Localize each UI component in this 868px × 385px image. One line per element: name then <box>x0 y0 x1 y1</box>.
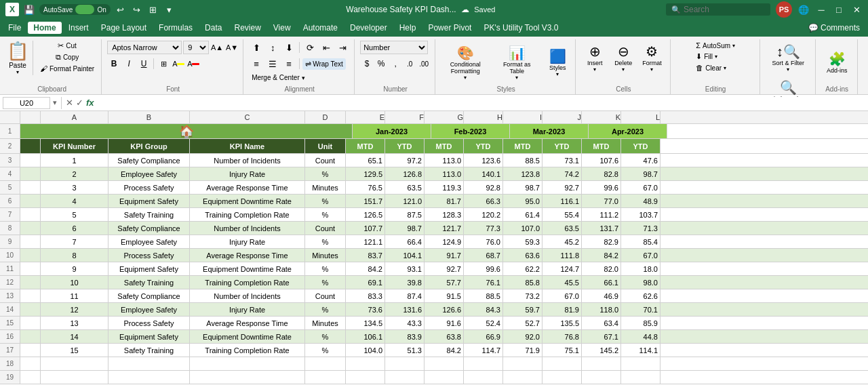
g-ytd-val[interactable]: 84.3 <box>464 303 503 316</box>
unit-val[interactable]: % <box>305 330 346 343</box>
f-ytd-val[interactable]: 93.1 <box>385 262 425 275</box>
f-mtd-val[interactable]: 83.7 <box>346 249 385 262</box>
kpi-num-val[interactable]: 3 <box>41 181 108 194</box>
redo-icon[interactable]: ↪ <box>131 3 143 16</box>
kpi-group-val[interactable]: Equipment Safety <box>108 330 190 343</box>
conditional-formatting-button[interactable]: 🎨 Conditional Formatting ▾ <box>441 42 490 83</box>
kpi-name-val[interactable]: Average Response Time <box>190 249 305 262</box>
cell[interactable] <box>305 357 346 370</box>
g-mtd-val[interactable]: 119.3 <box>425 181 464 194</box>
undo-icon[interactable]: ↩ <box>115 3 127 16</box>
h-ytd-val[interactable]: 55.4 <box>542 208 582 221</box>
g-mtd-val[interactable]: 81.7 <box>425 195 464 207</box>
kpi-group-val[interactable]: Equipment Safety <box>108 262 190 275</box>
format-cells-button[interactable]: ⚙ Format ▾ <box>638 41 666 75</box>
kpi-num-cell[interactable] <box>20 167 41 180</box>
customize-icon[interactable]: ▾ <box>163 3 176 16</box>
kpi-group-val[interactable]: Safety Training <box>108 276 190 289</box>
web-icon[interactable]: 🌐 <box>797 3 810 16</box>
kpi-num-cell[interactable] <box>20 303 41 316</box>
autosave-toggle[interactable] <box>75 5 94 14</box>
f-ytd-val[interactable]: 43.3 <box>385 317 425 329</box>
f-ytd-val[interactable]: 97.2 <box>385 154 425 167</box>
kpi-num-val[interactable]: 10 <box>41 276 108 289</box>
cell[interactable] <box>542 371 582 384</box>
h-ytd-val[interactable]: 45.2 <box>542 235 582 248</box>
row-num-13[interactable]: 13 <box>0 289 20 302</box>
autosave-badge[interactable]: AutoSave On <box>39 4 111 15</box>
cell[interactable] <box>425 371 464 384</box>
unit-val[interactable]: % <box>305 208 346 221</box>
kpi-group-val[interactable]: Process Safety <box>108 249 190 262</box>
h-mtd-val[interactable]: 73.2 <box>503 289 542 302</box>
minimize-button[interactable]: ─ <box>815 3 827 16</box>
decrease-decimal-button[interactable]: .00 <box>417 57 431 70</box>
home-cell[interactable]: 🏠 <box>20 124 353 138</box>
search-input[interactable] <box>684 5 765 14</box>
i-ytd-val[interactable]: 67.0 <box>621 181 660 194</box>
h-mtd-val[interactable]: 62.2 <box>503 262 542 275</box>
i-mtd-val[interactable]: 111.2 <box>582 208 621 221</box>
fill-color-button[interactable]: A <box>172 57 185 70</box>
g-mtd-val[interactable]: 91.7 <box>425 249 464 262</box>
underline-button[interactable]: U <box>137 57 151 70</box>
increase-font-button[interactable]: A▲ <box>210 41 224 54</box>
kpi-num-cell[interactable] <box>20 208 41 221</box>
menu-page-layout[interactable]: Page Layout <box>96 22 152 34</box>
kpi-group-val[interactable]: Safety Compliance <box>108 222 190 235</box>
kpi-group-val[interactable]: Employee Safety <box>108 167 190 180</box>
i-mtd-val[interactable]: 118.0 <box>582 303 621 316</box>
kpi-group-val[interactable]: Process Safety <box>108 317 190 329</box>
cell[interactable] <box>108 357 190 370</box>
text-direction-button[interactable]: ⟳ <box>302 41 317 54</box>
g-ytd-val[interactable]: 77.3 <box>464 222 503 235</box>
cell[interactable] <box>425 357 464 370</box>
f-ytd-val[interactable]: 63.5 <box>385 181 425 194</box>
f-mtd-val[interactable]: 76.5 <box>346 181 385 194</box>
i-ytd-val[interactable]: 62.6 <box>621 289 660 302</box>
menu-power-pivot[interactable]: Power Pivot <box>422 22 477 34</box>
kpi-num-cell[interactable] <box>20 249 41 262</box>
align-bottom-button[interactable]: ⬇ <box>281 41 296 54</box>
col-header-i[interactable]: H <box>464 111 503 123</box>
cell[interactable] <box>582 357 621 370</box>
g-ytd-val[interactable]: 140.1 <box>464 167 503 180</box>
col-header-m[interactable]: L <box>621 111 660 123</box>
col-header-e[interactable]: D <box>305 111 346 123</box>
f-ytd-val[interactable]: 104.1 <box>385 249 425 262</box>
i-ytd-val[interactable]: 48.9 <box>621 195 660 207</box>
unit-val[interactable]: Count <box>305 222 346 235</box>
h-mtd-val[interactable]: 52.7 <box>503 317 542 329</box>
g-ytd-val[interactable]: 123.6 <box>464 154 503 167</box>
kpi-num-cell[interactable] <box>20 222 41 235</box>
kpi-num-cell[interactable] <box>20 317 41 329</box>
h-ytd-val[interactable]: 76.8 <box>542 330 582 343</box>
col-header-l[interactable]: K <box>582 111 621 123</box>
cell[interactable] <box>41 371 108 384</box>
h-ytd-val[interactable]: 67.0 <box>542 289 582 302</box>
kpi-num-cell[interactable] <box>20 195 41 207</box>
kpi-num-val[interactable]: 5 <box>41 208 108 221</box>
row-num-12[interactable]: 12 <box>0 276 20 289</box>
g-mtd-val[interactable]: 113.0 <box>425 167 464 180</box>
i-ytd-val[interactable]: 70.1 <box>621 303 660 316</box>
cell[interactable] <box>20 357 41 370</box>
unit-val[interactable]: Minutes <box>305 317 346 329</box>
cell[interactable] <box>346 357 385 370</box>
kpi-group-val[interactable]: Safety Training <box>108 208 190 221</box>
unit-val[interactable]: Minutes <box>305 181 346 194</box>
f-ytd-val[interactable]: 39.8 <box>385 276 425 289</box>
confirm-formula-icon[interactable]: ✓ <box>76 98 83 108</box>
kpi-num-cell[interactable] <box>20 344 41 357</box>
h-mtd-val[interactable]: 107.0 <box>503 222 542 235</box>
format-as-table-button[interactable]: 📊 Format as Table ▾ <box>492 42 541 83</box>
kpi-num-cell[interactable] <box>20 276 41 289</box>
h-mtd-val[interactable]: 95.0 <box>503 195 542 207</box>
menu-help[interactable]: Help <box>394 22 422 34</box>
unit-val[interactable]: Count <box>305 154 346 167</box>
font-color-button[interactable]: A <box>186 57 200 70</box>
menu-automate[interactable]: Automate <box>298 22 343 34</box>
cell[interactable] <box>464 357 503 370</box>
col-header-c[interactable]: B <box>108 111 190 123</box>
i-mtd-val[interactable]: 82.9 <box>582 235 621 248</box>
